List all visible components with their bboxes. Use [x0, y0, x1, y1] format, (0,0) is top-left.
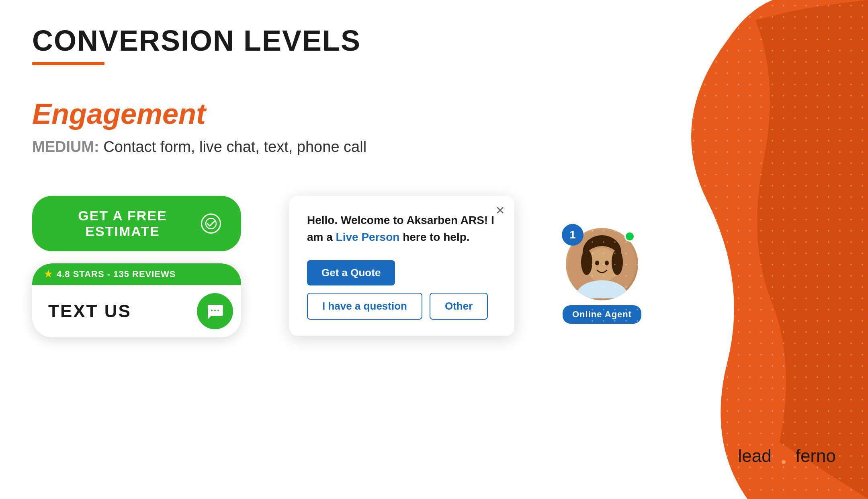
- other-button[interactable]: Other: [430, 293, 488, 320]
- chat-close-button[interactable]: ✕: [495, 204, 505, 217]
- text-us-widget: ★ 4.8 STARS - 135 REVIEWS TEXT US: [32, 263, 241, 337]
- page-title: CONVERSION LEVELS: [32, 24, 836, 57]
- logo-flame-icon: [774, 445, 793, 467]
- text-us-bottom: TEXT US: [32, 285, 241, 337]
- svg-rect-1: [211, 310, 213, 311]
- agent-area: 1: [563, 228, 641, 324]
- estimate-button[interactable]: GET A FREE ESTIMATE: [32, 196, 241, 251]
- main-container: CONVERSION LEVELS Engagement MEDIUM: Con…: [0, 0, 868, 499]
- text-us-button[interactable]: [197, 293, 233, 329]
- logo-text-left: lead: [738, 446, 772, 466]
- page-header: CONVERSION LEVELS: [32, 24, 836, 65]
- subtitle-strong: MEDIUM:: [32, 138, 99, 155]
- engagement-title: Engagement: [32, 97, 836, 130]
- svg-point-8: [595, 261, 599, 265]
- agent-avatar-wrapper: 1: [566, 228, 638, 300]
- chat-action-buttons: Get a Quote I have a question Other: [307, 260, 497, 320]
- agent-label: Online Agent: [563, 305, 641, 324]
- svg-point-14: [782, 460, 786, 464]
- logo-text-right: ferno: [796, 446, 836, 466]
- have-question-button[interactable]: I have a question: [307, 293, 422, 320]
- estimate-label: GET A FREE ESTIMATE: [52, 208, 193, 239]
- svg-rect-2: [214, 310, 216, 311]
- svg-rect-3: [217, 310, 219, 311]
- leadferno-logo: lead ferno: [738, 445, 836, 467]
- check-icon: [201, 214, 221, 234]
- svg-point-11: [612, 249, 623, 275]
- chat-icon: [205, 302, 225, 321]
- chat-message-suffix: here to help.: [403, 231, 469, 243]
- engagement-section: Engagement MEDIUM: Contact form, live ch…: [32, 97, 836, 156]
- chat-popup: ✕ Hello. Welcome to Aksarben ARS! I am a…: [289, 196, 514, 336]
- notification-badge: 1: [562, 224, 583, 246]
- get-quote-button[interactable]: Get a Quote: [307, 260, 395, 285]
- reviews-text: 4.8 STARS - 135 REVIEWS: [57, 269, 176, 279]
- star-icon: ★: [44, 269, 53, 279]
- content-row: GET A FREE ESTIMATE ★ 4.8 STARS - 135 RE…: [32, 196, 836, 337]
- left-widgets: GET A FREE ESTIMATE ★ 4.8 STARS - 135 RE…: [32, 196, 241, 337]
- engagement-subtitle: MEDIUM: Contact form, live chat, text, p…: [32, 138, 836, 156]
- text-us-label: TEXT US: [48, 301, 131, 321]
- subtitle-text: Contact form, live chat, text, phone cal…: [103, 138, 366, 155]
- live-person-text: Live Person: [336, 231, 400, 243]
- chat-message: Hello. Welcome to Aksarben ARS! I am a L…: [307, 212, 497, 246]
- online-indicator: [624, 231, 635, 242]
- title-underline: [32, 62, 104, 65]
- svg-point-9: [605, 261, 609, 265]
- svg-point-10: [581, 249, 592, 275]
- text-us-top-bar: ★ 4.8 STARS - 135 REVIEWS: [32, 263, 241, 285]
